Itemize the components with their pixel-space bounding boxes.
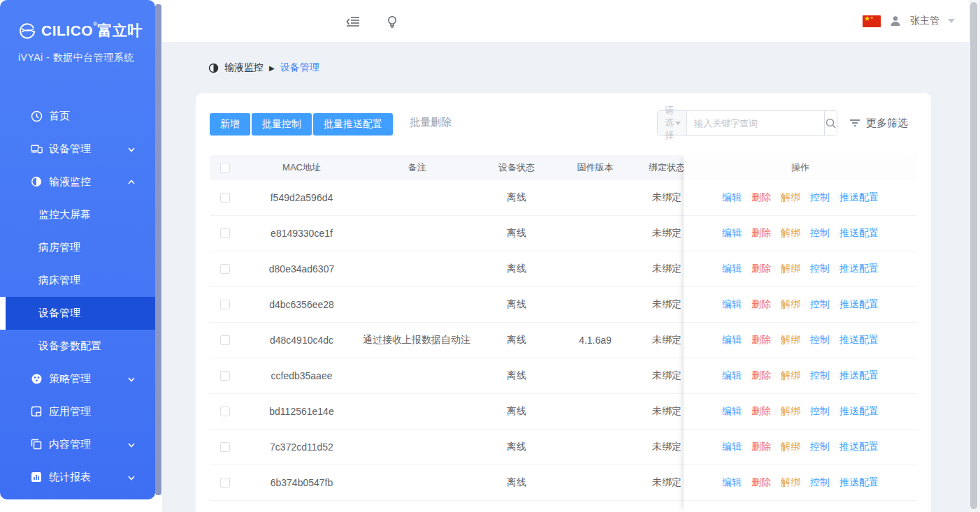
action-删除[interactable]: 删除 (751, 298, 771, 311)
operations-row: 编辑删除解绑控制推送配置 (684, 358, 917, 394)
user-name[interactable]: 张主管 (910, 15, 939, 27)
action-推送配置[interactable]: 推送配置 (840, 191, 879, 204)
cell-status: 离线 (471, 405, 562, 418)
row-checkbox[interactable] (220, 442, 230, 452)
action-编辑[interactable]: 编辑 (722, 476, 742, 489)
china-flag-icon[interactable]: ★ ★ (863, 15, 881, 27)
cell-mac: d80e34ad6307 (240, 263, 363, 275)
action-编辑[interactable]: 编辑 (722, 227, 742, 240)
search-button[interactable] (824, 111, 837, 135)
action-删除[interactable]: 删除 (751, 370, 771, 382)
batch-push-config-button[interactable]: 批量推送配置 (313, 113, 393, 136)
row-checkbox[interactable] (220, 407, 230, 416)
breadcrumb-section[interactable]: 输液监控 (224, 61, 264, 74)
action-编辑[interactable]: 编辑 (722, 370, 742, 382)
row-checkbox[interactable] (220, 371, 230, 381)
home-icon (31, 110, 43, 122)
cell-status: 离线 (471, 298, 562, 311)
sidebar-item-统计报表[interactable]: 统计报表 (0, 461, 155, 494)
action-控制[interactable]: 控制 (810, 298, 830, 311)
action-推送配置[interactable]: 推送配置 (840, 263, 879, 275)
row-checkbox[interactable] (220, 193, 230, 203)
sidebar-item-病房管理[interactable]: 病房管理 (0, 231, 155, 264)
sidebar-item-输液监控[interactable]: 输液监控 (0, 166, 155, 198)
sidebar-item-设备参数配置[interactable]: 设备参数配置 (0, 330, 155, 363)
action-解绑[interactable]: 解绑 (781, 263, 800, 275)
sidebar-item-设备管理[interactable]: 设备管理 (0, 133, 155, 166)
breadcrumb-current[interactable]: 设备管理 (280, 61, 319, 74)
action-编辑[interactable]: 编辑 (722, 191, 742, 204)
topbar: ★ ★ 张主管 (162, 0, 980, 42)
sidebar-item-病床管理[interactable]: 病床管理 (0, 264, 155, 297)
action-控制[interactable]: 控制 (810, 334, 830, 346)
search-field-select[interactable]: 请选择 (658, 111, 687, 135)
action-编辑[interactable]: 编辑 (722, 405, 742, 418)
more-filter-button[interactable]: 更多筛选 (849, 110, 908, 136)
action-编辑[interactable]: 编辑 (722, 263, 742, 275)
select-all-checkbox[interactable] (220, 163, 230, 173)
sidebar-item-内容管理[interactable]: 内容管理 (0, 428, 155, 461)
action-解绑[interactable]: 解绑 (781, 476, 800, 489)
action-删除[interactable]: 删除 (751, 191, 771, 204)
action-控制[interactable]: 控制 (810, 476, 830, 489)
action-推送配置[interactable]: 推送配置 (840, 405, 879, 418)
action-编辑[interactable]: 编辑 (722, 334, 742, 346)
chevron-down-icon (675, 122, 681, 125)
action-解绑[interactable]: 解绑 (781, 405, 800, 418)
action-解绑[interactable]: 解绑 (781, 298, 800, 311)
caret-down-icon[interactable] (948, 19, 955, 23)
action-删除[interactable]: 删除 (751, 405, 771, 418)
action-删除[interactable]: 删除 (751, 227, 771, 240)
lightbulb-icon[interactable] (384, 14, 400, 29)
row-checkbox[interactable] (220, 478, 230, 488)
operations-row: 编辑删除解绑控制推送配置 (684, 430, 917, 465)
batch-control-button[interactable]: 批量控制 (252, 113, 312, 136)
action-控制[interactable]: 控制 (810, 441, 830, 453)
col-header-firmware: 固件版本 (562, 161, 628, 174)
page-scrollbar-thumb[interactable] (970, 2, 977, 509)
action-删除[interactable]: 删除 (751, 334, 771, 346)
action-解绑[interactable]: 解绑 (781, 191, 800, 204)
sidebar-item-设备管理[interactable]: 设备管理 (0, 297, 155, 330)
action-控制[interactable]: 控制 (810, 227, 830, 240)
action-推送配置[interactable]: 推送配置 (840, 441, 879, 453)
row-checkbox[interactable] (220, 228, 230, 238)
action-推送配置[interactable]: 推送配置 (840, 476, 879, 489)
action-推送配置[interactable]: 推送配置 (840, 334, 879, 346)
action-解绑[interactable]: 解绑 (781, 334, 800, 346)
action-推送配置[interactable]: 推送配置 (840, 298, 879, 311)
sidebar-item-监控大屏幕[interactable]: 监控大屏幕 (0, 198, 155, 231)
sidebar-item-label: 监控大屏幕 (38, 208, 91, 221)
sidebar-item-策略管理[interactable]: 策略管理 (0, 363, 155, 395)
sidebar-item-应用管理[interactable]: 应用管理 (0, 395, 155, 428)
action-推送配置[interactable]: 推送配置 (840, 370, 879, 382)
operations-row: 编辑删除解绑控制推送配置 (684, 323, 917, 358)
report-icon (31, 471, 43, 483)
collapse-sidebar-icon[interactable] (345, 14, 361, 29)
action-删除[interactable]: 删除 (751, 441, 771, 453)
row-checkbox[interactable] (220, 264, 230, 274)
action-删除[interactable]: 删除 (751, 263, 771, 275)
action-控制[interactable]: 控制 (810, 263, 830, 275)
row-checkbox[interactable] (220, 300, 230, 309)
action-推送配置[interactable]: 推送配置 (840, 227, 879, 240)
action-编辑[interactable]: 编辑 (722, 441, 742, 453)
sidebar-item-label: 病房管理 (38, 241, 80, 254)
add-button[interactable]: 新增 (210, 113, 250, 136)
action-解绑[interactable]: 解绑 (781, 227, 800, 240)
action-删除[interactable]: 删除 (751, 476, 771, 489)
sidebar-item-label: 设备管理 (49, 142, 91, 156)
row-checkbox[interactable] (220, 335, 230, 345)
sidebar-item-首页[interactable]: 首页 (0, 100, 155, 133)
action-编辑[interactable]: 编辑 (722, 298, 742, 311)
action-控制[interactable]: 控制 (810, 370, 830, 382)
operations-fixed-column: 操作 编辑删除解绑控制推送配置编辑删除解绑控制推送配置编辑删除解绑控制推送配置编… (684, 155, 917, 512)
action-控制[interactable]: 控制 (810, 191, 830, 204)
action-控制[interactable]: 控制 (810, 405, 830, 418)
search-input[interactable] (687, 111, 824, 135)
action-解绑[interactable]: 解绑 (781, 441, 800, 453)
chevron-up-icon (127, 178, 136, 186)
action-解绑[interactable]: 解绑 (781, 370, 800, 382)
batch-delete-button[interactable]: 批量删除 (410, 116, 452, 129)
sidebar-scrollbar[interactable] (155, 4, 161, 495)
